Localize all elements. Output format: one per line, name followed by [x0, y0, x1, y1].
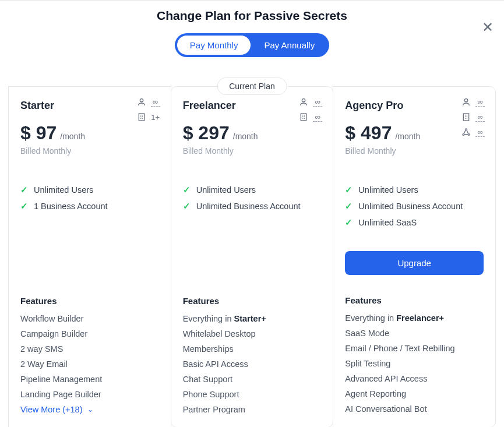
- price-period: /month: [395, 132, 420, 141]
- check-icon: ✓: [345, 217, 353, 228]
- svg-rect-5: [463, 114, 468, 121]
- features-heading: Features: [20, 296, 159, 306]
- check-icon: ✓: [20, 185, 28, 195]
- feature-item: Campaign Builder: [20, 329, 159, 338]
- feature-item: Basic API Access: [183, 359, 322, 369]
- upgrade-button[interactable]: Upgrade: [345, 251, 484, 275]
- feature-item: Chat Support: [183, 375, 322, 384]
- building-icon: [461, 112, 471, 122]
- billing-note: Billed Monthly: [345, 146, 484, 156]
- feature-item: Memberships: [183, 344, 322, 354]
- pay-annually-tab[interactable]: Pay Annually: [251, 35, 327, 55]
- check-text: Unlimited Business Account: [196, 202, 301, 211]
- features-heading: Features: [345, 295, 484, 305]
- svg-point-0: [140, 99, 143, 102]
- users-limit: ∞: [313, 98, 322, 107]
- svg-point-7: [463, 134, 464, 136]
- check-text: 1 Business Account: [34, 202, 108, 211]
- feature-everything-in: Everything in Starter+: [183, 314, 322, 323]
- feature-item: Agent Reporting: [345, 389, 484, 398]
- view-more-label: View More (+18): [20, 405, 83, 414]
- feature-item: Split Testing: [345, 359, 484, 368]
- business-limit: ∞: [313, 113, 322, 122]
- plan-freelancer: Freelancer ∞ ∞ $ 297 /month Billed Month…: [171, 86, 334, 427]
- feature-item: Workflow Builder: [20, 314, 159, 323]
- user-icon: [137, 97, 146, 107]
- plans-row: Current Plan Starter ∞ 1+ $ 97 /month Bi…: [0, 86, 504, 427]
- billing-note: Billed Monthly: [183, 146, 322, 156]
- saas-limit: ∞: [475, 128, 485, 137]
- svg-point-4: [464, 99, 467, 102]
- saas-icon: [461, 128, 471, 137]
- price: $ 297: [183, 122, 230, 144]
- svg-point-6: [466, 129, 467, 130]
- users-limit: ∞: [151, 98, 160, 107]
- check-text: Unlimited Users: [358, 185, 418, 195]
- check-text: Unlimited Users: [34, 185, 93, 195]
- user-icon: [299, 97, 308, 107]
- check-text: Unlimited Users: [196, 185, 256, 195]
- billing-toggle: Pay Monthly Pay Annually: [175, 33, 329, 57]
- feature-item: Pipeline Management: [20, 375, 159, 384]
- view-more-link[interactable]: View More (+18) ⌄: [20, 405, 159, 414]
- svg-rect-1: [139, 114, 144, 121]
- current-plan-badge: Current Plan: [217, 77, 287, 95]
- plan-starter: Starter ∞ 1+ $ 97 /month Billed Monthly …: [8, 86, 171, 427]
- feature-item: SaaS Mode: [345, 329, 484, 338]
- feature-item: 2 way SMS: [20, 344, 159, 354]
- business-limit: ∞: [475, 113, 485, 122]
- features-heading: Features: [183, 296, 322, 306]
- building-icon: [299, 112, 308, 122]
- price: $ 497: [345, 122, 392, 144]
- building-icon: [137, 112, 146, 122]
- price: $ 97: [20, 122, 57, 144]
- close-icon[interactable]: ✕: [482, 19, 494, 36]
- feature-item: Phone Support: [183, 390, 322, 399]
- feature-everything-in: Everything in Freelancer+: [345, 313, 484, 323]
- chevron-down-icon: ⌄: [87, 405, 93, 414]
- billing-note: Billed Monthly: [20, 146, 159, 156]
- price-period: /month: [233, 132, 258, 141]
- svg-point-8: [468, 134, 470, 136]
- svg-rect-3: [301, 114, 306, 121]
- check-icon: ✓: [345, 185, 353, 195]
- feature-item: 2 Way Email: [20, 359, 159, 369]
- feature-item: Email / Phone / Text Rebilling: [345, 344, 484, 353]
- business-limit: 1+: [151, 114, 160, 121]
- pay-monthly-tab[interactable]: Pay Monthly: [177, 35, 252, 55]
- check-text: Unlimited SaaS: [358, 218, 417, 227]
- svg-point-2: [302, 99, 305, 102]
- feature-item: Landing Page Builder: [20, 390, 159, 399]
- check-text: Unlimited Business Account: [358, 202, 463, 211]
- feature-item: AI Conversational Bot: [345, 404, 484, 414]
- check-icon: ✓: [345, 201, 353, 211]
- page-title: Change Plan for Passive Secrets: [0, 9, 504, 23]
- feature-item: Whitelabel Desktop: [183, 329, 322, 338]
- check-icon: ✓: [20, 201, 28, 211]
- user-icon: [461, 97, 471, 107]
- price-period: /month: [60, 132, 85, 141]
- check-icon: ✓: [183, 185, 191, 195]
- users-limit: ∞: [475, 98, 485, 107]
- check-icon: ✓: [183, 201, 191, 211]
- feature-item: Partner Program: [183, 405, 322, 414]
- plan-agency-pro: Agency Pro ∞ ∞ ∞ $ 497: [333, 86, 496, 427]
- feature-item: Advanced API Access: [345, 374, 484, 383]
